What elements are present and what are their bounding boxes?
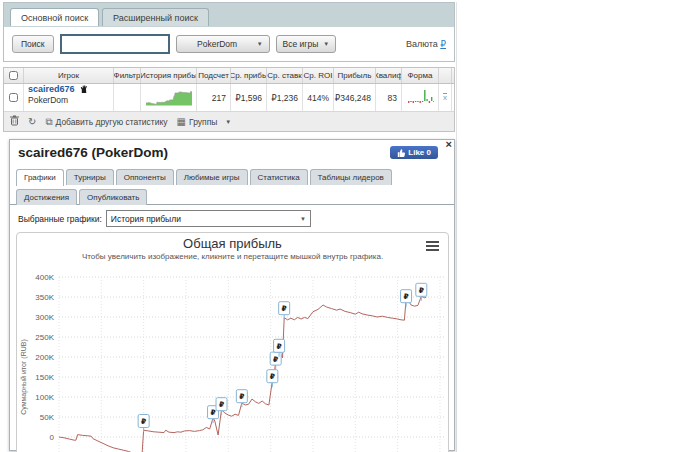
player-profile-panel: × scaired676 (PokerDom) Like 0 ГрафикиТу… <box>9 139 455 451</box>
profile-tab-турниры[interactable]: Турниры <box>66 169 114 185</box>
svg-text:₽: ₽ <box>239 392 244 401</box>
svg-text:₽: ₽ <box>219 400 224 409</box>
games-filter-label: Все игры <box>283 39 319 49</box>
svg-text:350K: 350K <box>35 293 54 302</box>
search-panel: Основной поискРасширенный поиск Поиск Po… <box>3 2 455 62</box>
column-header[interactable]: Форма <box>402 68 439 83</box>
network-select[interactable]: PokerDom ▼ <box>176 35 270 53</box>
results-table: ИгрокФильтрИстория прибыПодсчетСр. прибы… <box>3 67 455 132</box>
svg-text:₽: ₽ <box>141 417 146 426</box>
page-content: Основной поискРасширенный поиск Поиск Po… <box>0 2 457 452</box>
selected-graphs-label: Выбранные графики: <box>18 214 102 224</box>
svg-text:100K: 100K <box>35 393 54 402</box>
svg-text:₽: ₽ <box>270 372 275 381</box>
search-tab-1[interactable]: Расширенный поиск <box>102 8 209 26</box>
table-header-row: ИгрокФильтрИстория прибыПодсчетСр. прибы… <box>4 68 454 84</box>
chevron-down-icon: ▼ <box>300 216 306 222</box>
column-header[interactable]: История прибы <box>141 68 197 83</box>
qualification-cell: 83 <box>376 84 402 111</box>
profile-tab-любимые-игры[interactable]: Любимые игры <box>176 169 248 185</box>
profile-tab-графики[interactable]: Графики <box>16 169 64 186</box>
column-header[interactable]: Прибыль <box>334 68 376 83</box>
close-icon[interactable]: × <box>446 138 452 150</box>
search-tab-0[interactable]: Основной поиск <box>10 8 99 26</box>
like-button[interactable]: Like 0 <box>390 146 438 159</box>
chevron-down-icon: ▼ <box>323 41 329 47</box>
graph-select-value: История прибыли <box>111 214 181 224</box>
column-header[interactable] <box>439 68 452 83</box>
profile-tab-оппоненты[interactable]: Оппоненты <box>116 169 174 185</box>
player-name-link[interactable]: scaired676 <box>28 84 75 94</box>
select-all-checkbox[interactable] <box>9 71 18 80</box>
groups-button[interactable]: ▦ Группы ▼ <box>177 117 232 127</box>
thumbs-up-icon <box>397 149 405 157</box>
svg-text:₽: ₽ <box>419 286 424 295</box>
profile-tabbar: ГрафикиТурнирыОппонентыЛюбимые игрыСтати… <box>10 162 454 205</box>
column-header[interactable]: Подсчет <box>197 68 231 83</box>
profile-tab-таблицы-лидеров[interactable]: Таблицы лидеров <box>310 169 392 185</box>
trash-icon[interactable] <box>10 115 19 128</box>
profile-tab-достижения[interactable]: Достижения <box>16 189 77 205</box>
svg-text:0: 0 <box>50 433 55 442</box>
svg-text:₽: ₽ <box>403 292 408 301</box>
chart-title: Общая прибыль <box>17 233 448 251</box>
chart-menu-icon[interactable] <box>426 241 439 253</box>
avg-stake-cell: ₽1,236 <box>267 84 303 111</box>
column-header[interactable]: Ср. прибы <box>231 68 267 83</box>
search-tabbar: Основной поискРасширенный поиск <box>4 3 454 27</box>
games-filter-button[interactable]: Все игры ▼ <box>276 35 337 53</box>
graph-select[interactable]: История прибыли ▼ <box>106 210 311 227</box>
profile-title: scaired676 (PokerDom) <box>18 145 168 160</box>
svg-text:50K: 50K <box>40 413 55 422</box>
table-row: scaired676PokerDom217₽1,596₽1,236414%₽34… <box>4 84 454 112</box>
chart-plot-area[interactable]: 400K350K300K250K200K150K100K50K0-50K-100… <box>17 261 448 452</box>
profit-cell: ₽346,248 <box>334 84 376 111</box>
search-button[interactable]: Поиск <box>12 35 54 53</box>
chevron-down-icon: ▼ <box>225 119 231 125</box>
copy-icon: ⧉ <box>45 117 52 127</box>
count-cell: 217 <box>197 84 231 111</box>
profit-history-sparkline[interactable] <box>141 84 197 111</box>
profile-tab-опубликовать[interactable]: Опубликовать <box>79 189 147 205</box>
search-input[interactable] <box>60 34 170 54</box>
svg-text:250K: 250K <box>35 333 54 342</box>
chevron-down-icon: ▼ <box>257 41 263 47</box>
refresh-icon[interactable]: ↻ <box>28 117 36 127</box>
currency-label: Валюта ₽ <box>406 39 446 49</box>
chart-subtitle: Чтобы увеличить изображение, кликните и … <box>17 252 448 261</box>
graph-select-row: Выбранные графики: История прибыли ▼ <box>10 205 454 230</box>
svg-text:₽: ₽ <box>282 304 287 313</box>
svg-text:400K: 400K <box>35 273 54 282</box>
form-sparkline <box>402 84 439 111</box>
avg-roi-cell: 414% <box>303 84 334 111</box>
currency-link[interactable]: ₽ <box>440 39 446 49</box>
svg-text:₽: ₽ <box>210 408 215 417</box>
grid-icon: ▦ <box>177 117 186 127</box>
select-all-checkbox-cell[interactable] <box>4 68 24 83</box>
row-checkbox[interactable] <box>9 93 18 102</box>
add-stats-button[interactable]: ⧉ Добавить другую статистику <box>45 117 167 127</box>
stats-icon[interactable]: x <box>439 84 452 111</box>
column-header[interactable]: Игрок <box>24 68 114 83</box>
table-toolbar: ↻ ⧉ Добавить другую статистику ▦ Группы … <box>4 112 454 131</box>
svg-text:₽: ₽ <box>276 342 281 351</box>
avg-profit-cell: ₽1,596 <box>231 84 267 111</box>
column-header[interactable]: Ср. ROI <box>303 68 334 83</box>
filter-cell <box>114 84 141 111</box>
svg-text:200K: 200K <box>35 353 54 362</box>
column-header[interactable]: Фильтр <box>114 68 141 83</box>
column-header[interactable]: Квалиф <box>376 68 402 83</box>
column-header[interactable]: Ср. ставк <box>267 68 303 83</box>
svg-text:150K: 150K <box>35 373 54 382</box>
profit-chart[interactable]: Общая прибыль Чтобы увеличить изображени… <box>16 232 449 452</box>
hand-icon <box>80 85 89 94</box>
svg-text:300K: 300K <box>35 313 54 322</box>
player-network: PokerDom <box>28 95 68 105</box>
svg-text:₽: ₽ <box>273 355 278 364</box>
svg-text:Суммарный итог (RUB): Суммарный итог (RUB) <box>20 339 28 415</box>
search-row: Поиск PokerDom ▼ Все игры ▼ Валюта ₽ <box>4 27 454 61</box>
profile-tab-статистика[interactable]: Статистика <box>250 169 308 185</box>
profile-header: scaired676 (PokerDom) Like 0 <box>10 140 454 162</box>
network-select-value: PokerDom <box>197 39 237 49</box>
